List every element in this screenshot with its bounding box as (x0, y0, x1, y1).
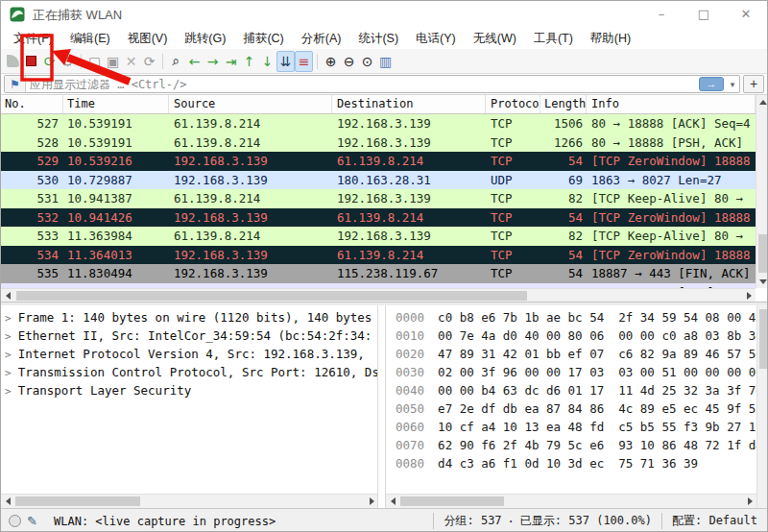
capture-comment-icon[interactable]: ✎ (27, 514, 42, 528)
hex-row[interactable]: 004000 00 b4 63 dc d6 01 17 11 4d 25 32 … (386, 381, 756, 399)
menu-tools[interactable]: 工具(T) (525, 28, 582, 49)
packet-row[interactable]: 53010.729887192.168.3.139180.163.28.31UD… (1, 171, 756, 190)
expander-icon[interactable]: > (5, 330, 12, 343)
filter-dropdown-icon[interactable]: ▾ (726, 77, 739, 91)
hex-row[interactable]: 0080d4 c3 a6 f1 0d 10 3d ec 75 71 36 39 (386, 454, 756, 472)
cell-time: 11.830494 (63, 264, 169, 283)
scroll-up-icon[interactable] (756, 95, 768, 109)
hex-row[interactable]: 0050e7 2e df db ea 87 84 86 4c 89 e5 ec … (386, 399, 756, 418)
reload-icon[interactable]: ⟳ (140, 51, 158, 72)
menu-analyze[interactable]: 分析(A) (293, 28, 350, 49)
hscroll-thumb[interactable] (16, 291, 527, 301)
col-source[interactable]: Source (169, 95, 332, 113)
col-destination[interactable]: Destination (332, 95, 486, 113)
go-forward-icon[interactable]: → (204, 51, 222, 72)
menu-file[interactable]: 文件(F) (5, 28, 61, 49)
hscroll-thumb[interactable] (15, 496, 140, 506)
col-time[interactable]: Time (63, 95, 169, 113)
save-file-icon[interactable]: ▣ (104, 51, 122, 72)
find-packet-icon[interactable]: ⌕ (167, 51, 185, 72)
go-first-icon[interactable]: ↑ (240, 51, 258, 72)
hex-row[interactable]: 006010 cf a4 10 13 ea 48 fd c5 b5 55 f3 … (386, 418, 756, 436)
hscroll-thumb[interactable] (400, 496, 504, 506)
auto-scroll-icon[interactable]: ⇊ (276, 51, 295, 72)
packet-row[interactable]: 52810.53919161.139.8.214192.168.3.139TCP… (1, 133, 756, 153)
hex-row[interactable]: 001000 7e 4a d0 40 00 80 06 00 00 c0 a8 … (386, 326, 756, 345)
menu-edit[interactable]: 编辑(E) (61, 28, 119, 49)
detail-line[interactable]: >Internet Protocol Version 4, Src: 192.1… (1, 345, 377, 363)
scroll-left-icon[interactable] (1, 495, 14, 508)
hex-hscrollbar[interactable] (386, 494, 756, 508)
resize-columns-icon[interactable]: ▥ (376, 51, 395, 72)
detail-line[interactable]: >Transport Layer Security (1, 381, 377, 399)
restart-capture-icon[interactable]: ⟳ (40, 51, 59, 72)
display-filter-input[interactable] (26, 77, 699, 91)
expander-icon[interactable]: > (5, 385, 12, 398)
vscroll-thumb[interactable] (759, 309, 768, 369)
capture-options-icon[interactable]: ⚙ (59, 51, 77, 72)
expander-icon[interactable]: > (5, 312, 12, 325)
detail-line[interactable]: >Frame 1: 140 bytes on wire (1120 bits),… (1, 308, 377, 326)
colorize-icon[interactable]: ≡ (295, 51, 313, 72)
apply-filter-button[interactable]: → (699, 77, 724, 91)
hex-vscrollbar[interactable] (756, 305, 768, 508)
menu-wireless[interactable]: 无线(W) (465, 28, 525, 49)
scroll-left-icon[interactable] (386, 495, 399, 508)
packet-row[interactable]: 53411.364013192.168.3.13961.139.8.214TCP… (1, 246, 756, 265)
col-no[interactable]: No. (1, 95, 63, 113)
detail-hscrollbar[interactable] (1, 494, 378, 508)
menu-capture[interactable]: 捕获(C) (234, 28, 292, 49)
minimize-button[interactable]: – (640, 1, 683, 28)
packet-list-hscrollbar[interactable] (1, 288, 756, 302)
cell-info: 1863 → 8027 Len=27 (587, 171, 756, 190)
profile-text[interactable]: 配置: Default (672, 513, 757, 529)
vscroll-thumb[interactable] (758, 234, 768, 273)
filter-bookmark-icon[interactable]: ⚑ (5, 76, 26, 92)
scroll-down-icon[interactable] (756, 275, 768, 288)
expert-info-icon[interactable] (9, 515, 21, 527)
detail-line[interactable]: >Ethernet II, Src: IntelCor_34:59:54 (bc… (1, 326, 377, 345)
packet-row[interactable]: 53311.36398461.139.8.214192.168.3.139TCP… (1, 227, 756, 246)
expander-icon[interactable]: > (5, 367, 12, 379)
zoom-reset-icon[interactable]: ⊙ (358, 51, 376, 72)
hex-row[interactable]: 0000c0 b8 e6 7b 1b ae bc 54 2f 34 59 54 … (386, 308, 756, 326)
packet-list-vscrollbar[interactable] (756, 95, 768, 288)
add-filter-button[interactable]: + (743, 75, 764, 93)
menu-telephony[interactable]: 电话(Y) (407, 28, 465, 49)
col-protocol[interactable]: Protocol (486, 95, 540, 113)
packet-row[interactable]: 53110.94138761.139.8.214192.168.3.139TCP… (1, 189, 756, 208)
col-length[interactable]: Length (540, 95, 587, 113)
profile-group[interactable]: 配置: Default (661, 513, 767, 530)
packet-row[interactable]: 52910.539216192.168.3.13961.139.8.214TCP… (1, 152, 756, 171)
hex-row[interactable]: 002047 89 31 42 01 bb ef 07 c6 82 9a 89 … (386, 345, 756, 363)
scroll-right-icon[interactable] (742, 289, 756, 302)
stop-capture-icon[interactable] (22, 51, 40, 72)
packet-row[interactable]: 53511.830494192.168.3.139115.238.119.67T… (1, 264, 756, 283)
menu-view[interactable]: 视图(V) (119, 28, 177, 49)
start-capture-icon[interactable] (4, 51, 22, 72)
go-last-icon[interactable]: ↓ (258, 51, 276, 72)
go-to-packet-icon[interactable]: ⇥ (222, 51, 240, 72)
expander-icon[interactable]: > (5, 349, 12, 361)
scroll-left-icon[interactable] (1, 289, 14, 302)
hex-row[interactable]: 003002 00 3f 96 00 00 17 03 03 00 51 00 … (386, 363, 756, 381)
col-info[interactable]: Info (587, 95, 756, 113)
packet-row[interactable]: 52710.53919161.139.8.214192.168.3.139TCP… (1, 114, 756, 133)
menu-statistics[interactable]: 统计(S) (349, 28, 407, 49)
cell-time: 11.364013 (63, 246, 169, 265)
scroll-right-icon[interactable] (365, 495, 378, 508)
close-button[interactable]: ✕ (725, 1, 767, 28)
packet-row[interactable]: 53210.941426192.168.3.13961.139.8.214TCP… (1, 208, 756, 228)
zoom-in-icon[interactable]: ⊕ (322, 51, 340, 72)
zoom-out-icon[interactable]: ⊖ (340, 51, 358, 72)
menu-go[interactable]: 跳转(G) (176, 28, 234, 49)
cell-time: 10.539216 (63, 152, 169, 171)
scroll-right-icon[interactable] (743, 495, 756, 508)
open-file-icon[interactable]: ▢ (85, 51, 104, 72)
menu-help[interactable]: 帮助(H) (582, 28, 639, 49)
maximize-button[interactable]: □ (683, 1, 725, 28)
go-back-icon[interactable]: ← (185, 51, 204, 72)
close-file-icon[interactable]: ✕ (122, 51, 140, 72)
detail-line[interactable]: >Transmission Control Protocol, Src Port… (1, 363, 377, 381)
hex-row[interactable]: 007062 90 f6 2f 4b 79 5c e6 93 10 86 48 … (386, 436, 756, 454)
